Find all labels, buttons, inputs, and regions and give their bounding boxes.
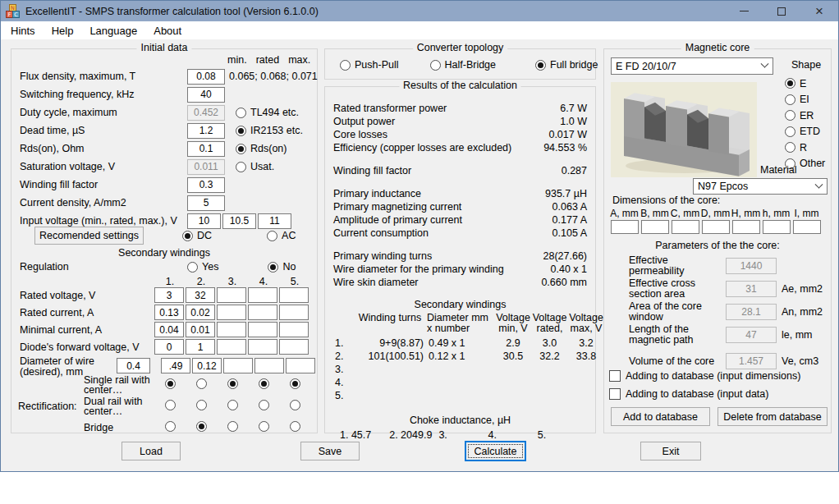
rect-dual-3-radio[interactable]	[227, 400, 238, 410]
ir2153-radio[interactable]	[236, 126, 246, 136]
delete-from-database-button[interactable]: Delete from database	[718, 407, 828, 426]
menu-language[interactable]: Language	[81, 23, 145, 39]
rated-current-5[interactable]	[279, 305, 309, 320]
add-data-checkbox[interactable]	[609, 388, 621, 400]
rect-dual-5-radio[interactable]	[290, 400, 300, 410]
menu-hints[interactable]: Hints	[2, 23, 44, 39]
result-value: 1.0 W	[560, 116, 587, 127]
switching-frequency-input[interactable]	[187, 87, 225, 103]
dim-h2-input[interactable]	[763, 220, 791, 234]
flux-density-input[interactable]	[187, 69, 225, 85]
wire-diameter-desired-input[interactable]	[117, 358, 150, 373]
rds-on-radio[interactable]	[236, 144, 246, 154]
diode-voltage-5[interactable]	[279, 339, 309, 355]
rect-single-2-radio[interactable]	[196, 378, 207, 389]
rated-voltage-3[interactable]	[217, 287, 246, 303]
rect-bridge-4-radio[interactable]	[259, 421, 269, 432]
minimal-current-3[interactable]	[217, 322, 246, 337]
tl494-radio[interactable]	[236, 108, 246, 118]
minimal-current-2[interactable]	[186, 322, 215, 337]
dim-b-input[interactable]	[641, 220, 669, 234]
rated-current-3[interactable]	[217, 305, 246, 320]
close-button[interactable]: ×	[800, 1, 838, 21]
minimize-button[interactable]	[725, 1, 763, 21]
rect-bridge-5-radio[interactable]	[290, 421, 300, 432]
half-bridge-radio[interactable]	[430, 60, 441, 71]
current-density-input[interactable]	[187, 195, 225, 211]
rect-dual-rail-label: Dual rail with center…	[84, 396, 154, 416]
result-label: Primary inductance	[333, 188, 421, 199]
rated-current-4[interactable]	[248, 305, 277, 320]
rect-single-rail-label: Single rail with center…	[84, 375, 154, 395]
usat-radio[interactable]	[236, 162, 246, 172]
dim-c-label: C, mm	[670, 208, 700, 219]
rect-dual-4-radio[interactable]	[259, 400, 269, 410]
diode-voltage-2[interactable]	[186, 339, 215, 355]
shape-etd-radio[interactable]	[785, 126, 795, 137]
wire-diameter-4[interactable]	[254, 358, 284, 373]
core-photo	[611, 82, 757, 177]
rect-bridge-2-radio[interactable]	[196, 421, 207, 432]
wire-diameter-1[interactable]	[161, 358, 190, 373]
wire-diameter-5[interactable]	[286, 358, 315, 373]
rated-current-2[interactable]	[186, 305, 215, 320]
core-type-select[interactable]: E FD 20/10/7	[611, 57, 773, 75]
dim-a-input[interactable]	[611, 220, 639, 234]
dim-d-input[interactable]	[702, 220, 730, 234]
rect-single-3-radio[interactable]	[227, 378, 238, 389]
add-to-database-button[interactable]: Add to database	[611, 407, 710, 426]
shape-er-radio[interactable]	[785, 110, 795, 121]
rect-dual-2-radio[interactable]	[196, 400, 207, 410]
add-dimensions-checkbox[interactable]	[609, 370, 621, 382]
dim-i-input[interactable]	[793, 220, 821, 234]
rds-on-input[interactable]	[187, 141, 225, 157]
recommended-settings-button[interactable]: Recomended settings	[34, 227, 144, 245]
push-pull-radio[interactable]	[340, 60, 351, 71]
minimal-current-4[interactable]	[248, 322, 277, 337]
rated-voltage-1[interactable]	[154, 287, 184, 303]
rect-dual-1-radio[interactable]	[165, 400, 176, 410]
menu-help[interactable]: Help	[44, 23, 82, 39]
dim-c-input[interactable]	[672, 220, 699, 234]
ac-radio[interactable]	[267, 231, 277, 241]
rect-single-5-radio[interactable]	[290, 378, 300, 389]
dc-radio[interactable]	[182, 231, 193, 241]
header-voltage-max: Voltage max, V	[567, 313, 605, 337]
rect-bridge-3-radio[interactable]	[227, 421, 238, 432]
rated-voltage-5[interactable]	[279, 287, 309, 303]
diode-voltage-1[interactable]	[154, 339, 184, 355]
exit-button[interactable]: Exit	[640, 442, 701, 460]
dim-h-input[interactable]	[732, 220, 760, 234]
rect-bridge-1-radio[interactable]	[165, 421, 176, 432]
shape-r-radio[interactable]	[785, 142, 795, 153]
menu-about[interactable]: About	[145, 23, 190, 39]
wire-diameter-2[interactable]	[192, 358, 222, 373]
effective-permeability-label: Effective permeability	[629, 255, 726, 277]
voltage-min: 30.5	[494, 351, 532, 364]
diode-voltage-3[interactable]	[217, 339, 246, 355]
minimal-current-1[interactable]	[154, 322, 184, 337]
duty-cycle-label: Duty cycle, maximum	[20, 107, 187, 118]
full-bridge-radio[interactable]	[535, 60, 546, 71]
diode-voltage-4[interactable]	[248, 339, 277, 355]
col-min-label: min.	[227, 54, 247, 66]
rated-voltage-2[interactable]	[186, 287, 215, 303]
minimal-current-5[interactable]	[279, 322, 309, 337]
rated-current-1[interactable]	[154, 305, 184, 320]
regulation-no-radio[interactable]	[268, 262, 278, 273]
rect-single-1-radio[interactable]	[165, 378, 176, 389]
material-select[interactable]: N97 Epcos	[693, 178, 828, 195]
regulation-yes-radio[interactable]	[187, 262, 198, 273]
wire-diameter-3[interactable]	[223, 358, 253, 373]
load-button[interactable]: Load	[121, 442, 181, 460]
saturation-voltage-row: Saturation voltage, V Usat.	[20, 158, 314, 175]
rated-voltage-4[interactable]	[248, 287, 277, 303]
shape-ei-radio[interactable]	[785, 94, 795, 105]
maximize-button[interactable]	[763, 1, 800, 21]
dead-time-input[interactable]	[187, 123, 225, 139]
shape-e-radio[interactable]	[785, 78, 795, 89]
calculate-button[interactable]: Calculate	[465, 441, 526, 461]
winding-fill-input[interactable]	[187, 177, 225, 193]
save-button[interactable]: Save	[300, 442, 360, 460]
rect-single-4-radio[interactable]	[259, 378, 269, 389]
